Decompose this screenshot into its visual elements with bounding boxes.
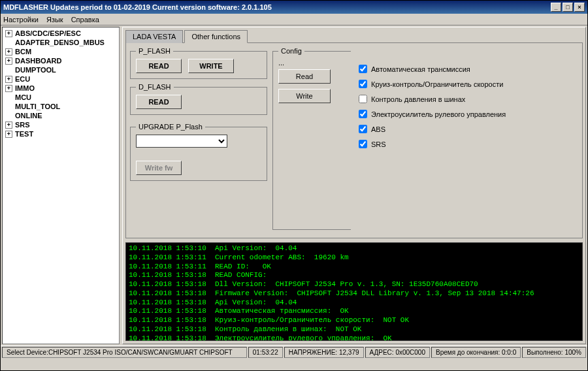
tree-item[interactable]: +IMMO (4, 84, 118, 93)
menu-language[interactable]: Язык (46, 16, 63, 24)
config-write-button[interactable]: Write (278, 89, 331, 103)
tree-item[interactable]: DUMPTOOL (4, 65, 118, 74)
tree-item[interactable]: ADAPTER_DENSO_MBUS (4, 38, 118, 47)
nav-tree[interactable]: +ABS/CDC/ESP/ESCADAPTER_DENSO_MBUS+BCM+D… (2, 27, 120, 344)
window-title: MDFLASHER Updates period to 01-02-2019 C… (3, 3, 549, 11)
plus-icon[interactable]: + (5, 76, 12, 83)
menu-settings[interactable]: Настройки (3, 16, 39, 24)
config-option: Круиз-контроль/Ограничитель скорости (356, 78, 578, 90)
config-checkbox[interactable] (359, 140, 367, 148)
tree-item-label: MCU (15, 93, 31, 101)
config-legend: Config (278, 47, 304, 55)
tree-item-label: ABS/CDC/ESP/ESC (15, 29, 81, 37)
tree-item[interactable]: +SRS (4, 120, 118, 129)
config-option-label: Электроусилитель рулевого управления (371, 110, 506, 118)
config-option-label: ABS (371, 125, 385, 133)
plus-icon[interactable]: + (5, 85, 12, 92)
tree-item-label: DASHBOARD (15, 57, 62, 65)
spacer (5, 103, 12, 110)
group-pflash: P_FLASH READ WRITE (130, 47, 267, 79)
upgrade-writefw-button[interactable]: Write fw (136, 161, 182, 175)
config-option: Контроль давления в шинах (356, 93, 578, 105)
status-address: АДРЕС: 0x00C000 (365, 347, 430, 358)
group-config-actions: Config ... Read Write (272, 47, 351, 230)
log-output[interactable]: 10.11.2018 1:53:10 Api Version: 04.04 10… (125, 242, 583, 341)
config-option: ABS (356, 123, 578, 135)
pflash-write-button[interactable]: WRITE (188, 59, 234, 73)
minimize-button[interactable]: _ (551, 3, 561, 12)
config-read-button[interactable]: Read (278, 69, 331, 84)
upgrade-legend: UPGRADE P_Flash (136, 123, 205, 131)
config-option: SRS (356, 138, 578, 150)
tree-item-label: DUMPTOOL (15, 66, 56, 74)
config-checkbox[interactable] (359, 80, 367, 88)
plus-icon[interactable]: + (5, 57, 12, 65)
tree-item[interactable]: +DASHBOARD (4, 56, 118, 65)
tree-item[interactable]: +ABS/CDC/ESP/ESC (4, 29, 118, 38)
spacer (5, 39, 12, 46)
spacer (5, 112, 12, 120)
config-checkbox[interactable] (359, 125, 367, 133)
tree-item-label: ONLINE (15, 112, 42, 120)
tree-item[interactable]: +BCM (4, 47, 118, 56)
tree-item-label: TEST (15, 130, 33, 138)
status-remaining: Время до окончания: 0:0:0 (431, 347, 521, 358)
tab-lada-vesta[interactable]: LADA VESTA (125, 30, 183, 43)
tree-item-label: IMMO (15, 84, 35, 92)
maximize-button[interactable]: □ (563, 3, 573, 12)
plus-icon[interactable]: + (5, 30, 12, 37)
pflash-legend: P_FLASH (136, 47, 173, 55)
dflash-read-button[interactable]: READ (136, 95, 182, 109)
titlebar: MDFLASHER Updates period to 01-02-2019 C… (1, 1, 587, 14)
plus-icon[interactable]: + (5, 121, 12, 129)
tab-panel-other: P_FLASH READ WRITE D_FLASH READ UPGRADE … (125, 42, 583, 238)
dflash-legend: D_FLASH (136, 83, 174, 91)
config-ellipsis: ... (278, 59, 346, 67)
tree-item[interactable]: +TEST (4, 129, 118, 138)
spacer (5, 67, 12, 74)
pflash-read-button[interactable]: READ (136, 59, 182, 73)
menu-help[interactable]: Справка (71, 16, 99, 24)
tree-item-label: BCM (15, 48, 31, 56)
tab-other-functions[interactable]: Other functions (184, 30, 248, 43)
close-button[interactable]: × (574, 3, 585, 12)
status-done: Выполнено: 100% (522, 347, 586, 358)
statusbar: Select Device:CHIPSOFT J2534 Pro ISO/CAN… (1, 346, 587, 359)
config-option-label: SRS (371, 140, 386, 148)
config-option: Автоматическая трансмиссия (356, 63, 578, 75)
tree-item[interactable]: ONLINE (4, 111, 118, 120)
config-checkbox[interactable] (359, 65, 367, 73)
menubar: Настройки Язык Справка (1, 14, 587, 25)
status-voltage: НАПРЯЖЕНИЕ: 12,379 (284, 347, 364, 358)
config-checkbox[interactable] (359, 110, 367, 118)
config-checkbox[interactable] (359, 95, 367, 103)
tree-item[interactable]: +ECU (4, 74, 118, 84)
config-options: Автоматическая трансмиссияКруиз-контроль… (356, 47, 578, 234)
tree-item[interactable]: MULTI_TOOL (4, 102, 118, 111)
tree-item-label: SRS (15, 121, 30, 129)
status-device: Select Device:CHIPSOFT J2534 Pro ISO/CAN… (2, 347, 247, 358)
config-option-label: Круиз-контроль/Ограничитель скорости (371, 80, 503, 88)
config-option-label: Контроль давления в шинах (371, 95, 465, 103)
plus-icon[interactable]: + (5, 48, 12, 56)
tree-item-label: ECU (15, 75, 30, 83)
tree-item[interactable]: MCU (4, 93, 118, 102)
tree-item-label: ADAPTER_DENSO_MBUS (15, 39, 105, 46)
config-option: Электроусилитель рулевого управления (356, 108, 578, 120)
spacer (5, 94, 12, 101)
group-upgrade-pflash: UPGRADE P_Flash Write fw (130, 123, 267, 181)
upgrade-firmware-select[interactable] (136, 135, 227, 148)
group-dflash: D_FLASH READ (130, 83, 267, 115)
status-time: 01:53:22 (248, 347, 283, 358)
tree-item-label: MULTI_TOOL (15, 103, 60, 110)
config-option-label: Автоматическая трансмиссия (371, 65, 470, 73)
plus-icon[interactable]: + (5, 131, 12, 138)
